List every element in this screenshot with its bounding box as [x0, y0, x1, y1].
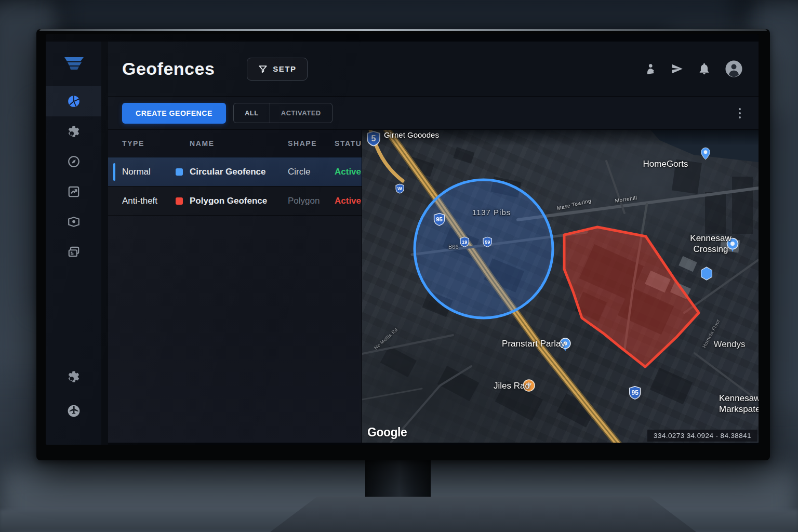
highway-shield-95-south: 95: [630, 387, 641, 400]
tab-all[interactable]: ALL: [234, 103, 270, 123]
geofence-list-panel: TYPE NAME SHAPE STATUS Normal Circular G…: [108, 130, 362, 443]
highway-shield-i5: 5: [367, 131, 380, 146]
more-options-button[interactable]: [737, 106, 743, 121]
history-compass-icon: [67, 155, 81, 168]
settings-gear-icon: [67, 370, 81, 383]
sidebar-item-settings[interactable]: [46, 116, 101, 147]
app-bottom-edge: [108, 443, 759, 445]
map-coordinates: 334.0273 34.0924 - 84.38841: [647, 430, 757, 442]
highway-shield-w: W: [396, 184, 404, 193]
map-label-b66: B66: [448, 244, 459, 250]
sidebar-divider: [101, 42, 108, 445]
table-row-circular-geofence[interactable]: Normal Circular Geofence Circle Active: [108, 157, 362, 187]
filter-funnel-icon: [258, 64, 268, 74]
map-label-wendys: Wendys: [713, 339, 745, 350]
polygon-geofence-shape[interactable]: [564, 227, 699, 367]
layers-logo-icon: [61, 55, 87, 73]
column-shape: SHAPE: [288, 139, 335, 148]
table-header: TYPE NAME SHAPE STATUS: [108, 130, 362, 157]
selection-indicator: [113, 163, 115, 181]
sidebar-item-cards[interactable]: [46, 237, 101, 267]
highway-shield-95: 95: [434, 214, 445, 225]
sidebar-item-geofences[interactable]: [46, 86, 101, 116]
filter-tabs: ALL ACTIVATED: [233, 103, 332, 123]
column-name: NAME: [190, 139, 288, 148]
create-geofence-button[interactable]: CREATE GEOFENCE: [122, 103, 226, 124]
map-label-homegorts: HomeGorts: [643, 159, 688, 169]
toolbar: CREATE GEOFENCE ALL ACTIVATED: [108, 96, 759, 130]
sidebar-item-history[interactable]: [46, 147, 101, 177]
circular-geofence-shape[interactable]: [415, 180, 553, 318]
map-label-kennesaw-crossing: Kennesaw Crossing: [680, 233, 742, 255]
svg-text:W: W: [397, 185, 403, 191]
cell-name: Polygon Geofence: [190, 196, 288, 206]
notifications-bell-icon[interactable]: [698, 62, 711, 75]
sidebar-item-gallery[interactable]: [46, 207, 101, 237]
map-label-jiles: Jiles Rad: [494, 381, 530, 391]
reports-chart-icon: [67, 185, 81, 198]
filter-button[interactable]: SETP: [247, 58, 307, 81]
kennesaw-markspate-pin[interactable]: [701, 267, 712, 280]
screen-top-strip: [46, 34, 759, 42]
map-label-girnet: Girnet Gooodes: [384, 130, 439, 139]
map-canvas[interactable]: 5 W 95 19: [362, 130, 759, 443]
svg-text:95: 95: [631, 389, 639, 396]
google-logo[interactable]: Google: [367, 425, 407, 440]
status-badge: Active: [335, 196, 362, 206]
geofence-color-marker: [176, 168, 183, 176]
sidebar-footer: [46, 370, 101, 445]
monitor-bezel: Geofences SETP: [36, 29, 770, 460]
column-type: TYPE: [122, 139, 190, 148]
cell-shape: Polygon: [288, 196, 335, 206]
status-badge: Active: [335, 167, 362, 177]
svg-text:59: 59: [485, 240, 490, 245]
cell-name: Circular Geofence: [190, 167, 288, 177]
sidebar-item-preferences[interactable]: [67, 370, 81, 385]
screen: Geofences SETP: [46, 34, 759, 445]
tab-activated[interactable]: ACTIVATED: [270, 103, 332, 123]
svg-text:5: 5: [371, 134, 376, 143]
page-title: Geofences: [122, 59, 215, 79]
highway-shield-59: 59: [483, 237, 491, 247]
user-icon[interactable]: [644, 62, 657, 75]
gallery-image-icon: [67, 215, 81, 229]
cell-type: Normal: [122, 167, 176, 177]
table-row-polygon-geofence[interactable]: Anti-theft Polygon Geofence Polygon Acti…: [108, 187, 362, 216]
main-area: Geofences SETP: [108, 42, 759, 445]
map-container[interactable]: 5 W 95 19: [362, 130, 759, 443]
svg-text:95: 95: [436, 216, 443, 222]
sidebar-item-navigation[interactable]: [67, 404, 81, 420]
cell-shape: Circle: [288, 167, 335, 177]
cards-icon: [67, 245, 81, 259]
settings-gear-icon: [67, 125, 81, 138]
sidebar-item-reports[interactable]: [46, 177, 101, 207]
geofence-color-marker: [176, 197, 183, 205]
geofence-globe-icon: [67, 95, 81, 108]
map-label-pranstart: Pranstart Parlay: [502, 339, 565, 349]
sidebar: [46, 42, 101, 445]
header-icons: [644, 60, 743, 78]
homegorts-pin[interactable]: [701, 148, 710, 160]
send-icon[interactable]: [671, 62, 684, 75]
cell-type: Anti-theft: [122, 196, 176, 206]
map-label-kennesaw-markspate: Kennesaw Markspate: [719, 393, 759, 415]
navigation-plane-icon: [67, 404, 81, 418]
page-header: Geofences SETP: [108, 42, 759, 96]
monitor-stand-base: [270, 497, 696, 532]
profile-avatar[interactable]: [725, 60, 743, 78]
highway-shield-19: 19: [460, 237, 469, 247]
svg-text:19: 19: [462, 240, 467, 245]
filter-button-label: SETP: [273, 64, 296, 73]
map-label-address: 1137 Pibs: [472, 208, 511, 217]
content-body: TYPE NAME SHAPE STATUS Normal Circular G…: [108, 130, 759, 443]
app-logo[interactable]: [46, 42, 101, 86]
geofence-app: Geofences SETP: [46, 42, 759, 445]
